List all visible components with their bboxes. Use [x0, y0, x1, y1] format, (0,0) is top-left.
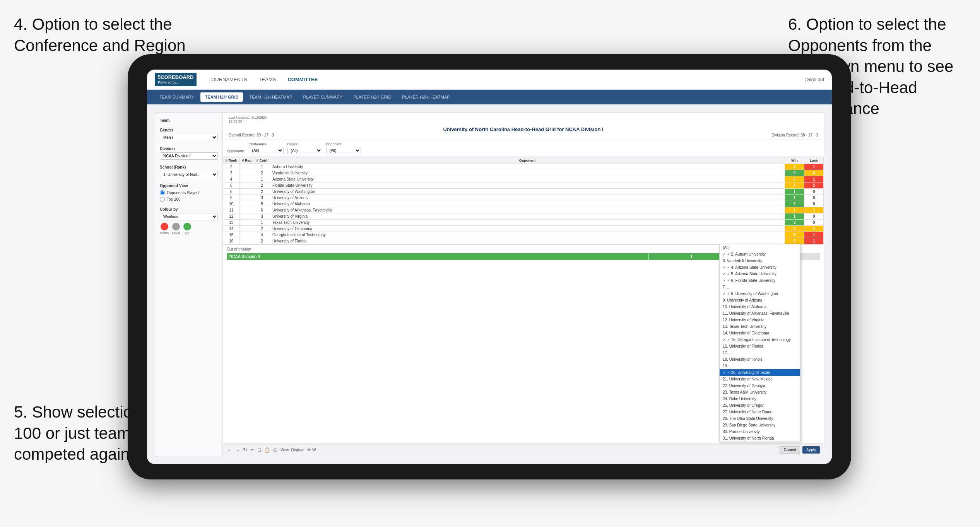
toolbar-clock-icon[interactable]: ◵ [273, 447, 277, 453]
sidebar-school-select[interactable]: 1. University of Nort... [160, 171, 218, 178]
th-rank: # Rank [223, 157, 240, 164]
subnav-player-h2h-heatmap[interactable]: PLAYER H2H HEATMAP [397, 92, 454, 102]
conference-filter-select[interactable]: (All) [249, 147, 284, 154]
th-win: Win [785, 157, 804, 164]
cell-rank: 3 [223, 170, 240, 176]
dropdown-item[interactable]: 9. University of Arizona [720, 297, 800, 304]
table-row: 14 2 University of Oklahoma 2 2 [223, 226, 824, 232]
toolbar-undo-icon[interactable]: ⤺ [250, 447, 255, 453]
dropdown-item[interactable]: 18. University of Illinois [720, 356, 800, 363]
cell-loss: 1 [804, 164, 824, 170]
report-meta: Overall Record: 89 · 17 · 0 Division Rec… [229, 133, 818, 137]
filter-opponent: Opponent (All) [326, 142, 361, 154]
dropdown-item[interactable]: ✓ 8. University of Washington [720, 290, 800, 297]
dropdown-item[interactable]: 16. University of Florida [720, 343, 800, 350]
cell-reg [239, 189, 254, 195]
sidebar-division-select[interactable]: NCAA Division I [160, 152, 218, 160]
cell-conf: 1 [254, 220, 270, 226]
toolbar-refresh-icon[interactable]: ↻ [243, 447, 247, 453]
nav-tournaments[interactable]: TOURNAMENTS [208, 75, 247, 84]
th-conf: # Conf [254, 157, 270, 164]
nav-teams[interactable]: TEAMS [259, 75, 276, 84]
nav-right[interactable]: | Sign out [805, 77, 824, 82]
apply-button[interactable]: Apply [802, 446, 820, 454]
cell-reg [239, 213, 254, 220]
table-row: 11 6 University of Arkansas, Fayettevill… [223, 207, 824, 213]
dropdown-item[interactable]: ✓ 20. University of Texas [720, 369, 800, 376]
dropdown-item[interactable]: 25. University of Oregon [720, 402, 800, 409]
cell-conf: 2 [254, 189, 270, 195]
dropdown-item[interactable]: 10. University of Alabama [720, 304, 800, 310]
dropdown-item[interactable]: 24. Duke University [720, 396, 800, 402]
dropdown-item[interactable]: ✓ 6. Florida State University [720, 277, 800, 284]
cell-conf: 2 [254, 170, 270, 176]
opponent-dropdown[interactable]: (All)✓ 2. Auburn University 3. Vanderbil… [719, 244, 800, 442]
dropdown-item[interactable]: 28. The Ohio State University [720, 415, 800, 422]
nav-committee[interactable]: COMMITTEE [287, 75, 318, 84]
legend-up: Up [183, 223, 191, 235]
dropdown-item[interactable]: 22. University of Georgia [720, 382, 800, 389]
dropdown-item[interactable]: 3. Vanderbilt University [720, 258, 800, 264]
dropdown-item[interactable]: 21. University of New Mexico [720, 376, 800, 382]
cell-conf: 1 [254, 164, 270, 170]
content-area: Team Gender Men's Division NCAA Division… [147, 104, 832, 464]
dropdown-item[interactable]: 14. University of Oklahoma [720, 330, 800, 336]
dropdown-item[interactable]: (All) [720, 244, 800, 251]
dropdown-item[interactable]: ✓ 5. Arizona State University [720, 271, 800, 277]
subnav-team-h2h-grid[interactable]: TEAM H2H GRID [200, 92, 243, 102]
radio-opponents-played[interactable]: Opponents Played [160, 190, 218, 195]
cell-reg [239, 176, 254, 182]
table-row: 16 2 University of Florida 5 1 [223, 238, 824, 244]
toolbar-copy-icon[interactable]: □ [258, 447, 261, 453]
dropdown-item[interactable]: ✓ 4. Arizona State University [720, 264, 800, 271]
dropdown-item[interactable]: 19. ... [720, 363, 800, 369]
dropdown-item[interactable]: 31. University of North Florida [720, 435, 800, 442]
radio-top100[interactable]: Top 100 [160, 197, 218, 202]
cancel-button[interactable]: Cancel [780, 446, 800, 454]
subnav-team-summary[interactable]: TEAM SUMMARY [155, 92, 199, 102]
cell-conf: 3 [254, 213, 270, 220]
cell-loss: 2 [804, 226, 824, 232]
dropdown-item[interactable]: 7. ... [720, 284, 800, 290]
cell-win: 5 [785, 232, 804, 238]
cell-name: Auburn University [270, 164, 785, 170]
cell-rank: 14 [223, 226, 240, 232]
colour-circle-up [183, 223, 191, 230]
cell-loss: 4 [804, 170, 824, 176]
table-row: 15 4 Georgia Institute of Technology 5 1 [223, 232, 824, 238]
dropdown-item[interactable]: 13. Texas Tech University [720, 323, 800, 330]
cell-name: Georgia Institute of Technology [270, 232, 785, 238]
sidebar-colour-select[interactable]: Win/loss [160, 213, 218, 220]
cell-loss: 0 [804, 201, 824, 207]
conference-filter-label: Conference [249, 142, 284, 146]
dropdown-item[interactable]: 17. ... [720, 350, 800, 356]
subnav-player-h2h-grid[interactable]: PLAYER H2H GRID [349, 92, 396, 102]
dropdown-item[interactable]: 30. Purdue University [720, 428, 800, 435]
dropdown-item[interactable]: 11. University of Arkansas, Fayetteville [720, 310, 800, 317]
sidebar-gender-select[interactable]: Men's [160, 134, 218, 141]
subnav-player-summary[interactable]: PLAYER SUMMARY [298, 92, 347, 102]
cell-rank: 13 [223, 220, 240, 226]
toolbar-paste-icon[interactable]: 📋 [264, 447, 270, 453]
dropdown-item[interactable]: ✓ 15. Georgia Institute of Technology [720, 336, 800, 343]
cell-reg [239, 232, 254, 238]
cell-rank: 11 [223, 207, 240, 213]
dropdown-item[interactable]: 29. San Diego State University [720, 422, 800, 428]
cell-win: 1 [785, 213, 804, 220]
main-panel: Team Gender Men's Division NCAA Division… [155, 112, 824, 456]
dropdown-item[interactable]: 12. University of Virginia [720, 317, 800, 323]
region-filter-select[interactable]: (All) [287, 147, 322, 154]
subnav-team-h2h-heatmap[interactable]: TEAM H2H HEATMAP [245, 92, 297, 102]
dropdown-item[interactable]: ✓ 2. Auburn University [720, 251, 800, 258]
cell-win: 0 [785, 170, 804, 176]
cell-rank: 2 [223, 164, 240, 170]
dropdown-item[interactable]: 27. University of Notre Dame [720, 409, 800, 415]
toolbar-forward-icon[interactable]: → [235, 447, 240, 453]
dropdown-item[interactable]: 23. Texas A&M University [720, 389, 800, 396]
cell-conf: 1 [254, 176, 270, 182]
cell-conf: 2 [254, 226, 270, 232]
opponent-filter-select[interactable]: (All) [326, 147, 361, 154]
cell-reg [239, 238, 254, 244]
toolbar-back-icon[interactable]: ← [227, 447, 232, 453]
cell-rank: 16 [223, 238, 240, 244]
